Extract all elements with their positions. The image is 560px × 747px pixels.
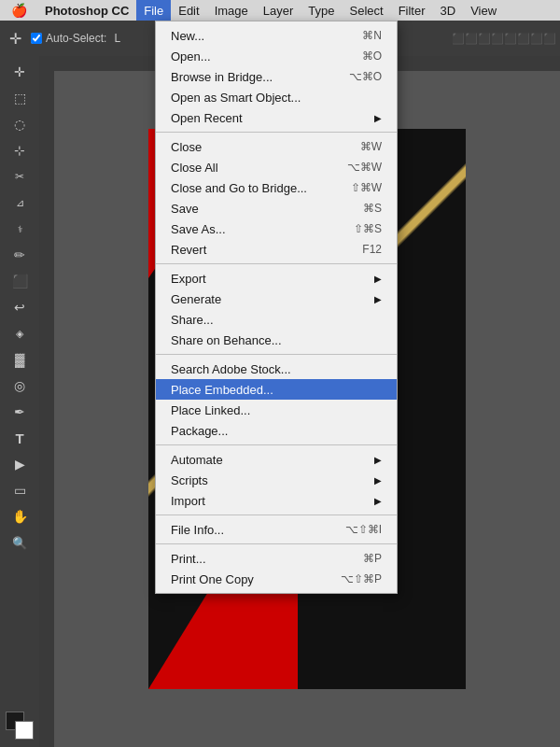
history-brush-tool[interactable]: ↩ xyxy=(7,295,32,319)
menu-item-close-go-bridge[interactable]: Close and Go to Bridge... ⇧⌘W xyxy=(156,177,397,198)
rectangular-marquee-tool[interactable]: ⬚ xyxy=(7,86,32,110)
auto-select-checkbox[interactable]: Auto-Select: xyxy=(31,32,106,45)
align-icons-group: ⬛⬛⬛⬛⬛⬛⬛⬛ xyxy=(452,33,556,45)
menu-item-open-smart-object[interactable]: Open as Smart Object... xyxy=(156,87,397,107)
stamp-tool[interactable]: ⬛ xyxy=(7,269,32,293)
menu-item-open-recent[interactable]: Open Recent ▶ xyxy=(156,107,397,128)
separator-6 xyxy=(156,543,397,544)
toolbar-align-icons: ⬛⬛⬛⬛⬛⬛⬛⬛ xyxy=(452,33,556,45)
gradient-tool[interactable]: ▓ xyxy=(7,347,32,372)
menu-item-scripts[interactable]: Scripts ▶ xyxy=(156,470,397,490)
brush-tool[interactable]: ✏ xyxy=(7,243,32,267)
menu-item-open[interactable]: Open... ⌘O xyxy=(156,46,397,66)
menu-3d[interactable]: 3D xyxy=(433,0,464,21)
file-dropdown-menu: New... ⌘N Open... ⌘O Browse in Bridge...… xyxy=(155,21,398,594)
type-tool[interactable]: T xyxy=(7,426,32,450)
lasso-tool[interactable]: ◌ xyxy=(7,112,32,136)
separator-3 xyxy=(156,354,397,355)
menu-item-place-embedded[interactable]: Place Embedded... xyxy=(156,379,397,400)
menu-item-print-one-copy[interactable]: Print One Copy ⌥⇧⌘P xyxy=(156,569,397,589)
menu-item-export[interactable]: Export ▶ xyxy=(156,268,397,289)
menu-filter[interactable]: Filter xyxy=(391,0,433,21)
rectangle-tool[interactable]: ▭ xyxy=(7,478,32,502)
app-name: Photoshop CC xyxy=(37,4,136,18)
menu-item-new[interactable]: New... ⌘N xyxy=(156,25,397,46)
quick-selection-tool[interactable]: ⊹ xyxy=(7,138,32,162)
move-icon: ✛ xyxy=(4,30,27,48)
menu-item-save-as[interactable]: Save As... ⇧⌘S xyxy=(156,218,397,239)
menu-image[interactable]: Image xyxy=(207,0,256,21)
menu-item-revert[interactable]: Revert F12 xyxy=(156,239,397,260)
menu-item-package[interactable]: Package... xyxy=(156,420,397,441)
menu-view[interactable]: View xyxy=(463,0,504,21)
separator-2 xyxy=(156,263,397,264)
separator-5 xyxy=(156,514,397,515)
dodge-tool[interactable]: ◎ xyxy=(7,374,32,398)
menu-item-browse-bridge[interactable]: Browse in Bridge... ⌥⌘O xyxy=(156,66,397,87)
left-toolbar: ✛ ⬚ ◌ ⊹ ✂ ⊿ ⚕ ✏ ⬛ ↩ ◈ ▓ ◎ ✒ T ▶ ▭ ✋ 🔍 xyxy=(0,56,39,747)
auto-select-label: Auto-Select: xyxy=(46,32,106,45)
zoom-tool[interactable]: 🔍 xyxy=(7,530,32,555)
menu-file[interactable]: File xyxy=(136,0,171,21)
menu-item-place-linked[interactable]: Place Linked... xyxy=(156,400,397,420)
menu-item-save[interactable]: Save ⌘S xyxy=(156,198,397,218)
menu-item-close-all[interactable]: Close All ⌥⌘W xyxy=(156,157,397,177)
layer-label: L xyxy=(110,32,124,45)
eraser-tool[interactable]: ◈ xyxy=(7,321,32,345)
menu-item-print[interactable]: Print... ⌘P xyxy=(156,548,397,569)
menu-item-generate[interactable]: Generate ▶ xyxy=(156,289,397,309)
menu-edit[interactable]: Edit xyxy=(171,0,206,21)
separator-1 xyxy=(156,132,397,133)
healing-brush-tool[interactable]: ⚕ xyxy=(7,217,32,241)
path-selection-tool[interactable]: ▶ xyxy=(7,452,32,476)
menu-item-search-adobe-stock[interactable]: Search Adobe Stock... xyxy=(156,359,397,379)
background-color[interactable] xyxy=(15,721,34,740)
pen-tool[interactable]: ✒ xyxy=(7,400,32,424)
foreground-background-colors[interactable] xyxy=(6,712,34,740)
menu-bar: 🍎 Photoshop CC File Edit Image Layer Typ… xyxy=(0,0,560,21)
separator-4 xyxy=(156,444,397,445)
menu-select[interactable]: Select xyxy=(342,0,390,21)
eyedropper-tool[interactable]: ⊿ xyxy=(7,190,32,215)
menu-item-file-info[interactable]: File Info... ⌥⇧⌘I xyxy=(156,519,397,540)
menu-item-share-behance[interactable]: Share on Behance... xyxy=(156,330,397,350)
menu-item-import[interactable]: Import ▶ xyxy=(156,490,397,511)
menu-item-automate[interactable]: Automate ▶ xyxy=(156,449,397,470)
hand-tool[interactable]: ✋ xyxy=(7,504,32,529)
crop-tool[interactable]: ✂ xyxy=(7,164,32,189)
auto-select-input[interactable] xyxy=(31,33,42,44)
apple-menu[interactable]: 🍎 xyxy=(0,3,37,18)
menu-layer[interactable]: Layer xyxy=(256,0,301,21)
menu-item-share[interactable]: Share... xyxy=(156,309,397,330)
move-tool[interactable]: ✛ xyxy=(7,60,32,84)
menu-item-close[interactable]: Close ⌘W xyxy=(156,136,397,157)
menu-type[interactable]: Type xyxy=(301,0,342,21)
ruler-vertical xyxy=(39,56,54,747)
